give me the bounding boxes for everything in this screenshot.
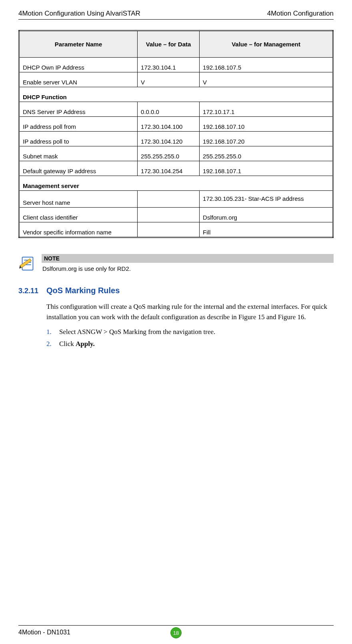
table-cell: [138, 191, 200, 208]
table-cell: 192.168.107.5: [200, 58, 333, 72]
step-list: 1.Select ASNGW > QoS Marking from the na…: [46, 328, 334, 348]
table-cell: Default gateway IP address: [19, 161, 138, 176]
table-cell: 172.30.105.231- Star-ACS IP address: [200, 191, 333, 208]
table-cell: 172.30.104.254: [138, 161, 200, 176]
col-parameter-name: Parameter Name: [19, 31, 138, 58]
table-cell: Enable server VLAN: [19, 72, 138, 87]
table-cell: [138, 222, 200, 237]
table-cell: 255.255.255.0: [138, 146, 200, 161]
section-title: QoS Marking Rules: [46, 286, 120, 295]
table-cell: 192.168.107.10: [200, 117, 333, 132]
table-cell: V: [138, 72, 200, 87]
table-row: DHCP Own IP Address172.30.104.1192.168.1…: [19, 58, 333, 72]
page-footer: 4Motion - DN1031 18: [18, 625, 334, 636]
table-cell: Vendor specific information name: [19, 222, 138, 237]
table-cell: IP address poll from: [19, 117, 138, 132]
table-cell: Subnet mask: [19, 146, 138, 161]
table-row: IP address poll from172.30.104.100192.16…: [19, 117, 333, 132]
table-section-cell: DHCP Function: [19, 87, 333, 102]
table-cell: 0.0.0.0: [138, 102, 200, 117]
table-cell: Server host name: [19, 191, 138, 208]
table-cell: Fill: [200, 222, 333, 237]
table-cell: Dslforum.org: [200, 207, 333, 222]
step-number: 1.: [46, 328, 54, 336]
table-cell: 172.30.104.120: [138, 132, 200, 146]
table-row: Server host name172.30.105.231- Star-ACS…: [19, 191, 333, 208]
table-cell: IP address poll to: [19, 132, 138, 146]
table-cell: Client class identifier: [19, 207, 138, 222]
table-cell: V: [200, 72, 333, 87]
section-heading: 3.2.11 QoS Marking Rules: [18, 286, 334, 295]
header-right: 4Motion Configuration: [267, 10, 334, 18]
step-number: 2.: [46, 340, 54, 348]
table-row: Vendor specific information nameFill: [19, 222, 333, 237]
step-text: Select ASNGW > QoS Marking from the navi…: [59, 328, 215, 336]
table-cell: 255.255.255.0: [200, 146, 333, 161]
step-text: Click Apply.: [59, 340, 95, 348]
table-row: Default gateway IP address172.30.104.254…: [19, 161, 333, 176]
table-cell: 172.30.104.100: [138, 117, 200, 132]
table-cell: DNS Server IP Address: [19, 102, 138, 117]
section-number: 3.2.11: [18, 287, 41, 295]
table-cell: 172.10.17.1: [200, 102, 333, 117]
page-header: 4Motion Configuration Using AlvariSTAR 4…: [18, 10, 334, 20]
table-cell: DHCP Own IP Address: [19, 58, 138, 72]
note-block: NOTE Dslforum.org is use only for RD2.: [18, 254, 334, 272]
table-cell: [138, 207, 200, 222]
table-row: DHCP Function: [19, 87, 333, 102]
list-item: 2.Click Apply.: [46, 340, 334, 348]
note-title: NOTE: [42, 254, 334, 263]
table-section-cell: Management server: [19, 176, 333, 191]
table-row: Client class identifierDslforum.org: [19, 207, 333, 222]
header-left: 4Motion Configuration Using AlvariSTAR: [18, 10, 140, 18]
col-value-management: Value – for Management: [200, 31, 333, 58]
note-text: Dslforum.org is use only for RD2.: [42, 265, 334, 272]
note-icon: [18, 254, 37, 272]
list-item: 1.Select ASNGW > QoS Marking from the na…: [46, 328, 334, 336]
section-paragraph: This configuration will create a QoS mar…: [46, 302, 334, 323]
table-row: DNS Server IP Address0.0.0.0172.10.17.1: [19, 102, 333, 117]
parameter-table: Parameter Name Value – for Data Value – …: [18, 30, 334, 238]
col-value-data: Value – for Data: [138, 31, 200, 58]
table-cell: 192.168.107.20: [200, 132, 333, 146]
table-header-row: Parameter Name Value – for Data Value – …: [19, 31, 333, 58]
footer-left: 4Motion - DN1031: [18, 629, 70, 636]
table-cell: 172.30.104.1: [138, 58, 200, 72]
table-row: Enable server VLANVV: [19, 72, 333, 87]
table-row: Management server: [19, 176, 333, 191]
page-number-badge: 18: [170, 627, 182, 638]
table-row: IP address poll to172.30.104.120192.168.…: [19, 132, 333, 146]
table-cell: 192.168.107.1: [200, 161, 333, 176]
table-row: Subnet mask255.255.255.0255.255.255.0: [19, 146, 333, 161]
